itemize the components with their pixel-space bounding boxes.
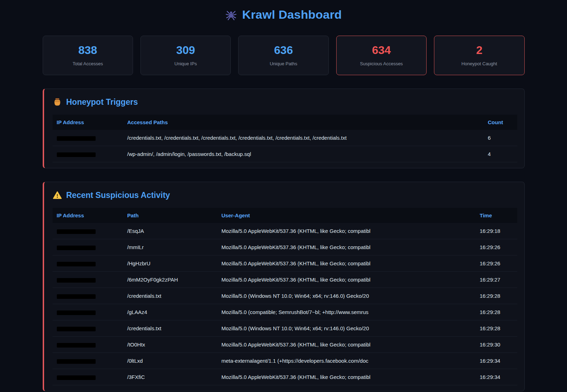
redacted-ip <box>57 359 96 364</box>
ip-address-cell <box>53 130 123 146</box>
stat-value: 2 <box>438 44 520 57</box>
time-cell: 16:29:34 <box>476 353 517 369</box>
user-agent-cell: Mozilla/5.0 (compatible; SemrushBot/7~bl… <box>217 304 476 320</box>
ip-address-cell <box>53 288 123 304</box>
honeypot-icon <box>53 97 62 107</box>
path-cell: /6mM2OyF0gk2zPAH <box>123 272 217 288</box>
stat-card: 2 Honeypot Caught <box>434 36 524 75</box>
page-title: Krawl Dashboard <box>242 8 342 22</box>
honeypot-panel: Honeypot Triggers IP Address Accessed Pa… <box>43 89 525 168</box>
stat-card: 634 Suspicious Accesses <box>336 36 427 75</box>
suspicious-table-row: /EsqJA Mozilla/5.0 AppleWebKit/537.36 (K… <box>53 223 517 239</box>
user-agent-cell: Mozilla/5.0 AppleWebKit/537.36 (KHTML, l… <box>217 255 476 272</box>
count-cell: 4 <box>484 146 517 162</box>
path-cell: /HgHzbrU <box>123 255 217 272</box>
dashboard-page: Krawl Dashboard 838 Total Accesses 309 U… <box>43 0 525 392</box>
honeypot-col-count: Count <box>484 115 517 130</box>
time-cell: 16:29:28 <box>476 304 517 320</box>
redacted-ip <box>57 246 96 250</box>
suspicious-table-row: /gLAAz4 Mozilla/5.0 (compatible; Semrush… <box>53 304 517 320</box>
time-cell: 16:29:26 <box>476 239 517 255</box>
time-cell: 16:29:18 <box>476 223 517 239</box>
ip-address-cell <box>53 146 123 162</box>
path-cell: /mmILr <box>123 239 217 255</box>
honeypot-table: IP Address Accessed Paths Count /credent… <box>53 115 517 162</box>
suspicious-title: Recent Suspicious Activity <box>66 191 170 200</box>
ip-address-cell <box>53 369 123 385</box>
user-agent-cell: Mozilla/5.0 (Windows NT 10.0; Win64; x64… <box>217 320 476 337</box>
warning-icon <box>53 191 62 200</box>
time-cell: 16:29:30 <box>476 337 517 353</box>
user-agent-cell: Mozilla/5.0 AppleWebKit/537.36 (KHTML, l… <box>217 369 476 385</box>
suspicious-panel-title: Recent Suspicious Activity <box>53 191 517 200</box>
stat-value: 838 <box>47 44 129 57</box>
user-agent-cell: Mozilla/5.0 AppleWebKit/537.36 (KHTML, l… <box>217 223 476 239</box>
honeypot-col-accessed-paths: Accessed Paths <box>123 115 484 130</box>
redacted-ip <box>57 152 96 157</box>
time-cell: 16:29:26 <box>476 255 517 272</box>
honeypot-table-header: IP Address Accessed Paths Count <box>53 115 517 130</box>
redacted-ip <box>57 229 96 234</box>
suspicious-activity-panel: Recent Suspicious Activity IP Address Pa… <box>43 182 525 391</box>
stat-label: Unique IPs <box>144 61 227 66</box>
redacted-ip <box>57 136 96 141</box>
honeypot-panel-title: Honeypot Triggers <box>53 97 517 107</box>
suspicious-table-header: IP Address Path User-Agent Time <box>53 208 517 223</box>
header: Krawl Dashboard <box>43 5 525 22</box>
time-cell: 16:29:28 <box>476 320 517 337</box>
accessed-paths-cell: /credentials.txt, /credentials.txt, /cre… <box>123 130 484 146</box>
suspicious-table: IP Address Path User-Agent Time /EsqJA M… <box>53 208 517 385</box>
honeypot-rows: /credentials.txt, /credentials.txt, /cre… <box>53 130 517 162</box>
ip-address-cell <box>53 255 123 272</box>
stat-label: Honeypot Caught <box>438 61 520 66</box>
stat-card: 309 Unique IPs <box>140 36 231 75</box>
accessed-paths-cell: /wp-admin/, /admin/login, /passwords.txt… <box>123 146 484 162</box>
ip-address-cell <box>53 223 123 239</box>
suspicious-col-time: Time <box>476 208 517 223</box>
user-agent-cell: Mozilla/5.0 AppleWebKit/537.36 (KHTML, l… <box>217 272 476 288</box>
path-cell: /3FXfiC <box>123 369 217 385</box>
user-agent-cell: Mozilla/5.0 AppleWebKit/537.36 (KHTML, l… <box>217 337 476 353</box>
ip-address-cell <box>53 320 123 337</box>
honeypot-table-row: /wp-admin/, /admin/login, /passwords.txt… <box>53 146 517 162</box>
redacted-ip <box>57 262 96 266</box>
ip-address-cell <box>53 353 123 369</box>
path-cell: /credentials.txt <box>123 320 217 337</box>
suspicious-table-row: /6mM2OyF0gk2zPAH Mozilla/5.0 AppleWebKit… <box>53 272 517 288</box>
stat-value: 636 <box>242 44 325 57</box>
redacted-ip <box>57 327 96 331</box>
redacted-ip <box>57 310 96 315</box>
suspicious-table-row: /tO0Htx Mozilla/5.0 AppleWebKit/537.36 (… <box>53 337 517 353</box>
stat-value: 309 <box>144 44 227 57</box>
suspicious-rows: /EsqJA Mozilla/5.0 AppleWebKit/537.36 (K… <box>53 223 517 385</box>
path-cell: /gLAAz4 <box>123 304 217 320</box>
user-agent-cell: Mozilla/5.0 (Windows NT 10.0; Win64; x64… <box>217 288 476 304</box>
stat-label: Unique Paths <box>242 61 325 66</box>
stat-value: 634 <box>340 44 423 57</box>
stats-row: 838 Total Accesses 309 Unique IPs 636 Un… <box>43 36 525 75</box>
time-cell: 16:29:27 <box>476 272 517 288</box>
suspicious-table-row: /credentials.txt Mozilla/5.0 (Windows NT… <box>53 320 517 337</box>
spider-icon <box>225 9 237 21</box>
user-agent-cell: meta-externalagent/1.1 (+https://develop… <box>217 353 476 369</box>
user-agent-cell: Mozilla/5.0 AppleWebKit/537.36 (KHTML, l… <box>217 239 476 255</box>
ip-address-cell <box>53 272 123 288</box>
honeypot-col-ip-address: IP Address <box>53 115 123 130</box>
suspicious-table-row: /3FXfiC Mozilla/5.0 AppleWebKit/537.36 (… <box>53 369 517 385</box>
suspicious-col-user-agent: User-Agent <box>217 208 476 223</box>
stat-card: 838 Total Accesses <box>43 36 133 75</box>
path-cell: /tO0Htx <box>123 337 217 353</box>
suspicious-table-row: /0ltLxd meta-externalagent/1.1 (+https:/… <box>53 353 517 369</box>
suspicious-table-row: /HgHzbrU Mozilla/5.0 AppleWebKit/537.36 … <box>53 255 517 272</box>
time-cell: 16:29:28 <box>476 288 517 304</box>
honeypot-table-row: /credentials.txt, /credentials.txt, /cre… <box>53 130 517 146</box>
path-cell: /0ltLxd <box>123 353 217 369</box>
suspicious-table-row: /mmILr Mozilla/5.0 AppleWebKit/537.36 (K… <box>53 239 517 255</box>
redacted-ip <box>57 343 96 348</box>
count-cell: 6 <box>484 130 517 146</box>
ip-address-cell <box>53 304 123 320</box>
time-cell: 16:29:34 <box>476 369 517 385</box>
ip-address-cell <box>53 337 123 353</box>
suspicious-table-row: /credentials.txt Mozilla/5.0 (Windows NT… <box>53 288 517 304</box>
stat-label: Suspicious Accesses <box>340 61 423 66</box>
